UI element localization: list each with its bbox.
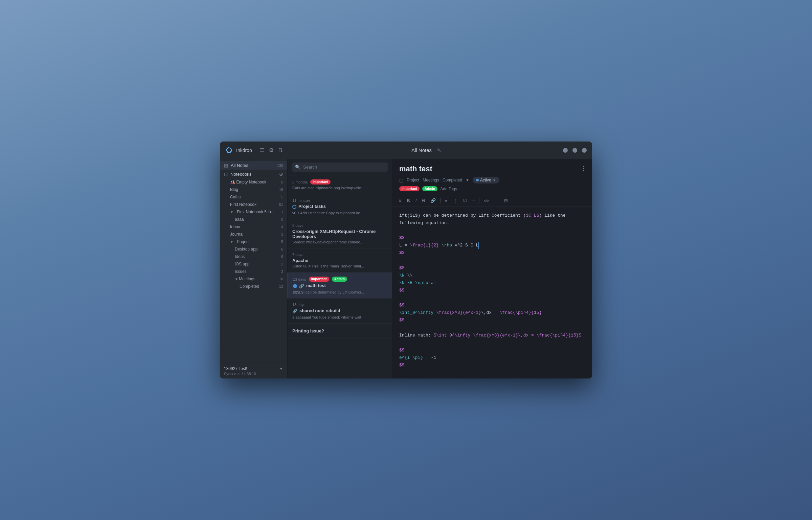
sidebar-item-aaaa[interactable]: aaaa 0	[220, 216, 287, 223]
checkbox-button[interactable]: ☑	[461, 197, 469, 204]
completed-count: 13	[279, 284, 283, 288]
quote-button[interactable]: ❝	[471, 197, 476, 204]
sort-icon[interactable]: ⇅	[278, 147, 283, 153]
note-item[interactable]: Printing issue?	[288, 324, 392, 339]
editor-line: $$	[399, 347, 585, 354]
note-header: 13 days Important Admin	[293, 277, 387, 282]
sidebar-item-empty-notebook[interactable]: 🎎 Empty Notebook 0	[220, 178, 287, 186]
empty-notebook-count: 0	[281, 180, 283, 184]
note-preview: Cats are cute clipboarda.png inkdrop://f…	[292, 186, 387, 190]
ordered-list-button[interactable]: ⋮	[451, 197, 459, 204]
titlebar-left: Inkdrop ☰ ⚙ ⇅	[225, 147, 293, 154]
all-notes-label: All Notes	[231, 163, 274, 168]
sidebar-item-first-notebook-5[interactable]: ▼ First Notebook 5 lo... 1	[220, 208, 287, 216]
cafes-count: 5	[281, 195, 283, 199]
sidebar-item-all-notes[interactable]: ▤ All Notes 139	[220, 161, 287, 170]
note-header: 5 days	[292, 223, 387, 228]
editor-breadcrumb: Project : Meetings : Completed	[407, 178, 462, 182]
more-options-button[interactable]	[582, 165, 585, 172]
desktop-app-count: 6	[281, 247, 283, 251]
ios-app-label: iOS app	[235, 262, 281, 266]
editor-line: \N \\	[399, 272, 585, 279]
hamburger-icon[interactable]: ☰	[260, 147, 264, 153]
italic-button[interactable]: I	[414, 197, 419, 204]
inline-code-button[interactable]: </>	[482, 198, 491, 204]
blog-label: Blog	[230, 187, 276, 192]
first-notebook-5-count: 1	[281, 210, 283, 214]
editor-line: $$	[399, 317, 585, 324]
notes-panel: 🔍 6 months Important Cats are cute clipb…	[288, 159, 392, 378]
editor-line: $$	[399, 287, 585, 294]
heading-button[interactable]: #	[397, 197, 403, 204]
sidebar-item-ideas[interactable]: Ideas 9	[220, 253, 287, 260]
note-title-row: 🔗 shared note rebuild	[292, 308, 387, 314]
bullet-list-button[interactable]: ≡	[443, 197, 449, 204]
note-tag-important: Important	[310, 179, 331, 185]
note-item-math-test[interactable]: 13 days Important Admin 🔗 math test ift(…	[288, 273, 392, 299]
meetings-label: Meetings	[239, 277, 279, 281]
notebooks-label: Notebooks	[230, 172, 276, 177]
footer-sync-status: Synced at 14:38:10	[224, 372, 283, 376]
sidebar-item-first-notebook[interactable]: First Notebook 51	[220, 201, 287, 208]
table-button[interactable]: ⊞	[502, 197, 510, 204]
editor-line: \N \R \natural	[399, 279, 585, 287]
editor-line: $$	[399, 249, 585, 257]
note-item[interactable]: 11 minutes Project tasks v0.1 Add list f…	[288, 194, 392, 219]
first-notebook-5-label: First Notebook 5 lo...	[237, 210, 278, 214]
sidebar-item-journal[interactable]: Journal 3	[220, 231, 287, 238]
sidebar-item-issues[interactable]: Issues 3	[220, 268, 287, 275]
search-input[interactable]	[303, 165, 385, 170]
close-button[interactable]: ✕	[582, 148, 587, 153]
link-button[interactable]: 🔗	[429, 197, 437, 204]
strikethrough-button[interactable]: S	[420, 197, 427, 204]
note-title: Project tasks	[298, 204, 326, 209]
maximize-button[interactable]: □	[572, 148, 577, 153]
footer-dropdown-icon[interactable]: ▼	[279, 366, 283, 371]
inbox-label: Inbox	[230, 224, 278, 229]
editor-status-button[interactable]: Active ▼	[473, 177, 499, 183]
note-header: 7 days	[292, 253, 387, 257]
first-notebook-count: 51	[279, 202, 283, 207]
editor-line: ift($L$) can be determined by Lift Coeff…	[399, 212, 585, 227]
note-title: Printing issue?	[292, 328, 387, 333]
note-date: 13 days	[292, 303, 306, 307]
app-window: Inkdrop ☰ ⚙ ⇅ All Notes ✎ − □ ✕	[220, 142, 592, 378]
breadcrumb-dropdown-icon[interactable]: ▼	[466, 178, 469, 182]
titlebar-icons: ☰ ⚙ ⇅	[260, 147, 283, 153]
sidebar-item-project[interactable]: ▼ Project 5	[220, 238, 287, 245]
add-tag-button[interactable]: Add Tags	[440, 187, 457, 191]
sidebar-item-blog[interactable]: Blog 16	[220, 186, 287, 193]
note-preview: a aabaaaa! YouTube embed: <iframe widt	[292, 315, 387, 319]
status-arrow-icon: ▼	[493, 178, 496, 182]
issues-count: 3	[281, 269, 283, 274]
journal-count: 3	[281, 232, 283, 236]
settings-icon[interactable]: ⚙	[269, 147, 274, 153]
edit-icon[interactable]: ✎	[437, 148, 441, 153]
first-notebook-label: First Notebook	[230, 202, 276, 207]
note-item[interactable]: 6 months Important Cats are cute clipboa…	[288, 175, 392, 194]
sidebar-item-meetings[interactable]: ▼ Meetings 10	[220, 275, 287, 283]
sidebar-item-cafes[interactable]: Cafes 5	[220, 193, 287, 201]
add-notebook-icon[interactable]: ⊕	[279, 171, 283, 177]
note-tag-admin: Admin	[332, 277, 347, 282]
note-item[interactable]: 13 days 🔗 shared note rebuild a aabaaaa!…	[288, 299, 392, 324]
bold-button[interactable]: B	[405, 197, 411, 204]
sidebar-item-ios-app[interactable]: iOS app 2	[220, 260, 287, 268]
note-preview: Source: https://developer.chrome.com/do.…	[292, 240, 387, 244]
inbox-count: 4	[281, 225, 283, 229]
note-title-row: Project tasks	[292, 204, 387, 210]
minimize-button[interactable]: −	[563, 148, 568, 153]
cafes-label: Cafes	[230, 195, 278, 199]
note-item[interactable]: 7 days Apache Listen 80 # This is the "m…	[288, 248, 392, 273]
sidebar-item-desktop-app[interactable]: Desktop app 6	[220, 245, 287, 253]
editor-body[interactable]: ift($L$) can be determined by Lift Coeff…	[392, 207, 592, 378]
sidebar-notebooks-header[interactable]: ▢ Notebooks ⊕	[220, 170, 287, 178]
sidebar-item-completed[interactable]: Completed 13	[220, 283, 287, 290]
search-input-wrap[interactable]: 🔍	[292, 162, 388, 172]
ideas-count: 9	[281, 255, 283, 259]
sidebar-item-inbox[interactable]: Inbox 4	[220, 223, 287, 231]
note-item[interactable]: 5 days Cross-origin XMLHttpRequest - Chr…	[288, 219, 392, 248]
note-date: 6 months	[292, 180, 308, 184]
note-header: 13 days	[292, 303, 387, 307]
hr-button[interactable]: —	[493, 197, 500, 204]
